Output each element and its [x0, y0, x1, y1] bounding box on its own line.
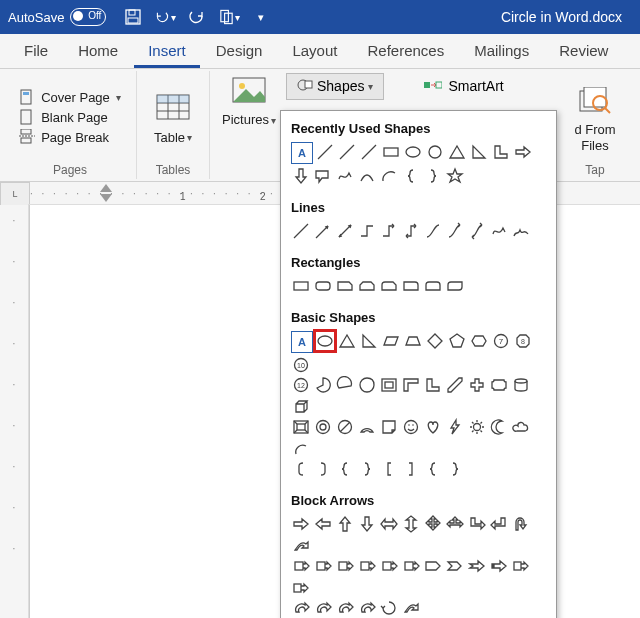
shape-line-double[interactable] — [335, 221, 355, 241]
shape-star[interactable] — [445, 166, 465, 186]
shape-dodecagon[interactable]: 12 — [291, 375, 311, 395]
shape-can[interactable] — [511, 375, 531, 395]
shape-snip1[interactable] — [335, 276, 355, 296]
shape-elbow-double[interactable] — [401, 221, 421, 241]
shape-line[interactable] — [359, 142, 379, 162]
shape-cube[interactable] — [291, 397, 311, 417]
shape-round2[interactable] — [423, 276, 443, 296]
shape-arrow-ud[interactable] — [401, 514, 421, 534]
shape-arrow-stripe[interactable] — [489, 556, 509, 576]
tab-layout[interactable]: Layout — [278, 36, 351, 68]
shape-arrow-d[interactable] — [357, 514, 377, 534]
undo-icon[interactable]: ▾ — [154, 6, 176, 28]
shape-line[interactable] — [315, 142, 335, 162]
shape-arrow-curve-u[interactable] — [335, 598, 355, 618]
shape-circular[interactable] — [379, 598, 399, 618]
shape-halfframe[interactable] — [401, 375, 421, 395]
shape-bent-r[interactable] — [489, 514, 509, 534]
shape-triangle[interactable] — [447, 142, 467, 162]
shape-bent-l[interactable] — [467, 514, 487, 534]
shape-moon[interactable] — [489, 417, 509, 437]
shape-bracket-l[interactable] — [291, 459, 311, 479]
shape-arc2[interactable] — [291, 439, 311, 459]
shape-teardrop[interactable] — [357, 375, 377, 395]
shape-bracket-r[interactable] — [313, 459, 333, 479]
shape-bracket-single-r[interactable] — [401, 459, 421, 479]
blank-page-button[interactable]: Blank Page — [19, 109, 121, 125]
tab-selector[interactable]: L — [0, 182, 30, 206]
shape-cloud[interactable] — [511, 417, 531, 437]
autosave-toggle[interactable]: AutoSave Off — [8, 8, 106, 26]
shape-sun[interactable] — [467, 417, 487, 437]
shape-round1[interactable] — [401, 276, 421, 296]
shape-lshape[interactable] — [491, 142, 511, 162]
tab-home[interactable]: Home — [64, 36, 132, 68]
shape-arrow-r[interactable] — [291, 514, 311, 534]
shape-bevel[interactable] — [291, 417, 311, 437]
shape-smiley[interactable] — [401, 417, 421, 437]
shape-rect[interactable] — [381, 142, 401, 162]
shape-parallelogram[interactable] — [381, 331, 401, 351]
shape-hexagon[interactable] — [469, 331, 489, 351]
shape-line-arrow[interactable] — [313, 221, 333, 241]
shape-pentagon[interactable] — [423, 556, 443, 576]
cover-page-button[interactable]: Cover Page ▾ — [19, 89, 121, 105]
shape-triangle[interactable] — [337, 331, 357, 351]
shape-chord[interactable] — [335, 375, 355, 395]
shape-snipround[interactable] — [379, 276, 399, 296]
shape-trapezoid[interactable] — [403, 331, 423, 351]
shape-brace-r[interactable] — [357, 459, 377, 479]
shape-rtriangle[interactable] — [359, 331, 379, 351]
shape-bracket-single-l[interactable] — [379, 459, 399, 479]
shape-rtriangle[interactable] — [469, 142, 489, 162]
shape-arrow-u[interactable] — [335, 514, 355, 534]
add-from-files-button[interactable]: d From Files — [568, 77, 621, 158]
pictures-button[interactable]: Pictures ▾ — [216, 41, 282, 131]
shape-tri-arrow[interactable] — [445, 514, 465, 534]
shape-brace-l[interactable] — [335, 459, 355, 479]
shape-textbox[interactable]: A — [291, 142, 313, 164]
page-break-button[interactable]: Page Break — [19, 129, 121, 145]
shape-curve[interactable] — [357, 166, 377, 186]
shape-donut[interactable] — [313, 417, 333, 437]
tab-mailings[interactable]: Mailings — [460, 36, 543, 68]
shape-brace-single-l[interactable] — [423, 459, 443, 479]
shape-rounddiag[interactable] — [445, 276, 465, 296]
tab-file[interactable]: File — [10, 36, 62, 68]
smartart-button[interactable]: SmartArt — [414, 75, 513, 98]
shape-arrow-quad-box[interactable] — [401, 556, 421, 576]
shape-rect[interactable] — [291, 276, 311, 296]
shape-arrow-l[interactable] — [313, 514, 333, 534]
shape-oval[interactable] — [403, 142, 423, 162]
shape-callout[interactable] — [313, 166, 333, 186]
shape-quad[interactable] — [423, 514, 443, 534]
shape-blockarc[interactable] — [357, 417, 377, 437]
shape-freeform[interactable] — [489, 221, 509, 241]
shape-heart[interactable] — [423, 417, 443, 437]
shape-frame[interactable] — [379, 375, 399, 395]
shape-chevron[interactable] — [445, 556, 465, 576]
shape-round-rect[interactable] — [313, 276, 333, 296]
touch-mode-icon[interactable]: ▾ — [218, 6, 240, 28]
customize-qat-icon[interactable]: ▾ — [250, 6, 272, 28]
shape-line[interactable] — [291, 221, 311, 241]
shape-arrow-curve-r[interactable] — [291, 598, 311, 618]
shape-arrow-curve-l[interactable] — [313, 598, 333, 618]
shape-arrow-callout-r[interactable] — [511, 556, 531, 576]
shape-arrow-curve-d[interactable] — [357, 598, 377, 618]
shape-diag-stripe[interactable] — [445, 375, 465, 395]
shape-arrow-box-r[interactable] — [313, 556, 333, 576]
shape-brace-r[interactable] — [423, 166, 443, 186]
table-button[interactable]: Table ▾ — [147, 85, 199, 149]
tab-review[interactable]: Review — [545, 36, 622, 68]
redo-icon[interactable] — [186, 6, 208, 28]
shape-diamond[interactable] — [425, 331, 445, 351]
shape-arrow-r[interactable] — [513, 142, 533, 162]
shape-curve-conn[interactable] — [423, 221, 443, 241]
shape-curve-double[interactable] — [467, 221, 487, 241]
shape-arrow-box-u[interactable] — [335, 556, 355, 576]
shape-uturn[interactable] — [511, 514, 531, 534]
shape-line[interactable] — [337, 142, 357, 162]
shape-heptagon[interactable]: 7 — [491, 331, 511, 351]
shape-plaque[interactable] — [489, 375, 509, 395]
